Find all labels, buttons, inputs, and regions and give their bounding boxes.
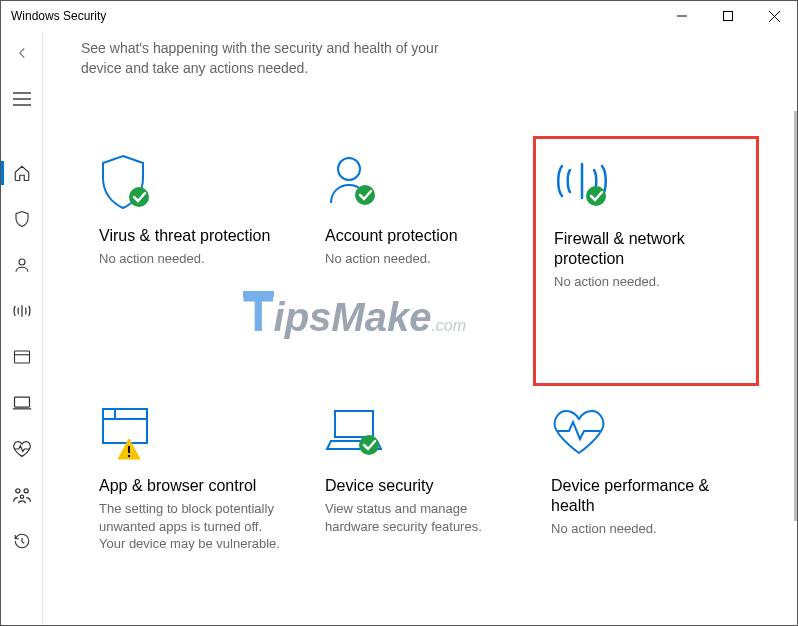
nav-device-performance-icon[interactable]: [1, 435, 43, 463]
tile-title: Virus & threat protection: [99, 226, 289, 246]
titlebar: Windows Security: [1, 1, 797, 31]
scrollbar[interactable]: [794, 111, 797, 521]
tile-subtitle: No action needed.: [325, 250, 515, 268]
sidebar: [1, 31, 43, 625]
tile-device-performance[interactable]: Device performance & health No action ne…: [533, 386, 759, 625]
tile-virus[interactable]: Virus & threat protection No action need…: [81, 136, 307, 386]
content-area: See what's happening with the security a…: [43, 31, 797, 625]
nav-account-icon[interactable]: [1, 251, 43, 279]
minimize-button[interactable]: [659, 1, 705, 31]
tile-account[interactable]: Account protection No action needed.: [307, 136, 533, 386]
back-button[interactable]: [1, 39, 43, 67]
tile-title: Account protection: [325, 226, 515, 246]
nav-history-icon[interactable]: [1, 527, 43, 555]
svg-point-18: [355, 185, 375, 205]
tiles-grid: Virus & threat protection No action need…: [81, 136, 759, 625]
window-icon: [99, 398, 289, 468]
nav-home-icon[interactable]: [1, 159, 43, 187]
person-icon: [325, 148, 515, 218]
nav-device-security-icon[interactable]: [1, 389, 43, 417]
svg-rect-9: [14, 351, 29, 363]
tile-title: App & browser control: [99, 476, 289, 496]
shield-icon: [99, 148, 289, 218]
svg-rect-21: [103, 409, 147, 443]
svg-point-20: [586, 186, 606, 206]
tile-device-security[interactable]: Device security View status and manage h…: [307, 386, 533, 625]
svg-point-15: [20, 495, 23, 498]
svg-point-13: [15, 489, 19, 493]
svg-point-16: [129, 187, 149, 207]
tile-title: Device security: [325, 476, 515, 496]
svg-point-25: [128, 455, 130, 457]
svg-rect-26: [335, 411, 373, 437]
intro-text: See what's happening with the security a…: [81, 39, 481, 78]
nav-firewall-icon[interactable]: [1, 297, 43, 325]
tile-subtitle: No action needed.: [99, 250, 289, 268]
maximize-button[interactable]: [705, 1, 751, 31]
svg-point-14: [24, 489, 28, 493]
tile-subtitle: No action needed.: [554, 273, 738, 291]
nav-app-browser-icon[interactable]: [1, 343, 43, 371]
tile-app-browser[interactable]: App & browser control The setting to blo…: [81, 386, 307, 625]
nav-family-icon[interactable]: [1, 481, 43, 509]
heart-pulse-icon: [551, 398, 741, 468]
window-controls: [659, 1, 797, 31]
tile-title: Firewall & network protection: [554, 229, 738, 269]
tile-subtitle: No action needed.: [551, 520, 741, 538]
tile-firewall[interactable]: Firewall & network protection No action …: [533, 136, 759, 386]
svg-point-17: [338, 158, 360, 180]
svg-rect-11: [14, 397, 29, 407]
laptop-icon: [325, 398, 515, 468]
tile-subtitle: The setting to block potentially unwante…: [99, 500, 289, 553]
close-button[interactable]: [751, 1, 797, 31]
svg-point-27: [359, 435, 379, 455]
tile-title: Device performance & health: [551, 476, 741, 516]
nav-virus-icon[interactable]: [1, 205, 43, 233]
window-title: Windows Security: [11, 9, 106, 23]
network-icon: [554, 151, 738, 221]
tile-subtitle: View status and manage hardware security…: [325, 500, 515, 535]
svg-rect-1: [724, 12, 733, 21]
svg-point-7: [19, 259, 25, 265]
hamburger-menu-icon[interactable]: [1, 85, 43, 113]
